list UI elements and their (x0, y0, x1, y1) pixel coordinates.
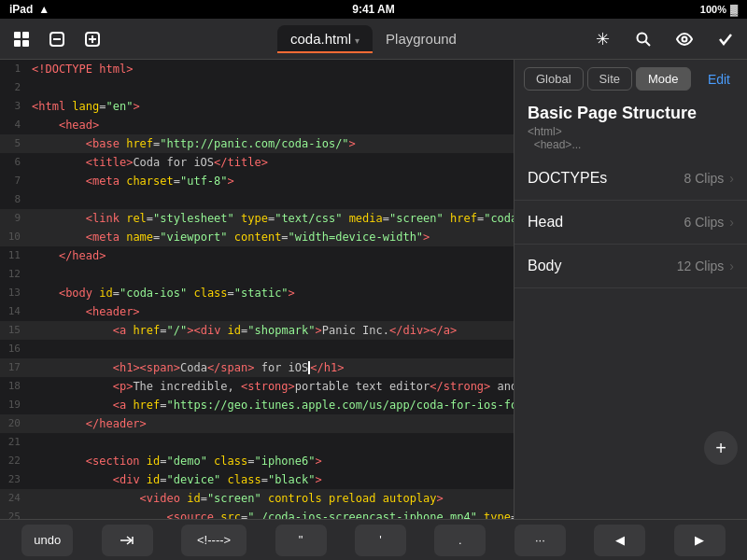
top-toolbar: coda.html▾ Playground ✳ (0, 19, 747, 60)
panel-edit-button[interactable]: Edit (700, 68, 738, 91)
status-bar-time: 9:41 AM (352, 3, 395, 16)
code-line-16: 16 (0, 340, 514, 358)
panel-item-body[interactable]: Body 12 Clips › (514, 245, 747, 288)
status-bar-left: iPad ▲ (9, 3, 49, 16)
code-line-22: 22 <section id="demo" class="iphone6"> (0, 452, 514, 470)
chevron-right-icon: › (729, 259, 734, 273)
grid-icon[interactable] (7, 25, 35, 53)
code-line-15: 15 <a href="/"><div id="shopmark">Panic … (0, 321, 514, 340)
code-line-17: 17 <h1><span>Coda</span> for iOS</h1> (0, 358, 514, 377)
left-arrow-button[interactable]: ◀ (594, 525, 645, 556)
code-line-25: 25 <source src="./coda-ios-screencast-ip… (0, 508, 514, 519)
code-editor[interactable]: 1 <!DOCTYPE html> 2 3 <html lang="en"> 4… (0, 60, 514, 519)
right-panel: Global Site Mode Edit Basic Page Structu… (514, 60, 747, 519)
code-line-18: 18 <p>The incredible, <strong>portable t… (0, 377, 514, 396)
code-line-6: 6 <title>Coda for iOS</title> (0, 153, 514, 172)
toolbar-right: ✳ (477, 25, 740, 53)
svg-point-11 (683, 36, 687, 41)
panel-tab-global[interactable]: Global (524, 67, 584, 91)
status-bar-right: 100% ▓ (700, 4, 738, 15)
eye-icon[interactable] (670, 25, 698, 53)
code-line-5: 5 <base href="http://panic.com/coda-ios/… (0, 134, 514, 153)
ipad-label: iPad (9, 3, 33, 16)
panel-item-head[interactable]: Head 6 Clips › (514, 201, 747, 245)
panel-subtitle: <html> <head>... (528, 125, 734, 151)
tab-arrow-icon: ▾ (355, 35, 359, 46)
code-line-2: 2 (0, 78, 514, 97)
code-lines: 1 <!DOCTYPE html> 2 3 <html lang="en"> 4… (0, 60, 514, 519)
code-line-13: 13 <body id="coda-ios" class="static"> (0, 284, 514, 302)
svg-point-9 (638, 33, 647, 42)
code-line-4: 4 <head> (0, 116, 514, 134)
code-line-19: 19 <a href="https://geo.itunes.apple.com… (0, 396, 514, 414)
battery-icon: ▓ (730, 4, 738, 15)
panel-header: Basic Page Structure <html> <head>... (514, 94, 747, 157)
chevron-right-icon: › (729, 215, 734, 230)
single-quote-button[interactable]: ' (355, 525, 406, 556)
panel-item-doctypes[interactable]: DOCTYPEs 8 Clips › (514, 157, 747, 201)
undo-button[interactable]: undo (21, 525, 73, 556)
period-button[interactable]: . (434, 525, 486, 556)
svg-rect-1 (22, 32, 29, 38)
right-arrow-button[interactable]: ▶ (674, 525, 726, 556)
code-line-3: 3 <html lang="en"> (0, 97, 514, 116)
tab-button[interactable] (102, 525, 153, 556)
code-line-7: 7 <meta charset="utf-8"> (0, 172, 514, 190)
code-line-20: 20 </header> (0, 414, 514, 433)
panel-title: Basic Page Structure (528, 104, 734, 123)
asterisk-icon[interactable]: ✳ (588, 25, 616, 53)
code-line-11: 11 </head> (0, 246, 514, 265)
code-line-9: 9 <link rel="stylesheet" type="text/css"… (0, 209, 514, 228)
add-clip-button[interactable]: + (704, 431, 738, 465)
double-quote-button[interactable]: " (275, 525, 327, 556)
panel-tab-site[interactable]: Site (587, 67, 632, 91)
comment-button[interactable]: <!----> (181, 525, 247, 556)
code-line-24: 24 <video id="screen" controls preload a… (0, 489, 514, 508)
svg-line-10 (646, 41, 651, 46)
toolbar-tabs: coda.html▾ Playground (277, 25, 470, 52)
svg-rect-0 (14, 32, 21, 38)
code-line-8: 8 (0, 190, 514, 209)
status-bar: iPad ▲ 9:41 AM 100% ▓ (0, 0, 747, 19)
main-content: 1 <!DOCTYPE html> 2 3 <html lang="en"> 4… (0, 60, 747, 519)
code-line-21: 21 (0, 433, 514, 452)
panel-tab-mode[interactable]: Mode (636, 67, 691, 91)
wifi-icon: ▲ (38, 3, 49, 16)
chevron-right-icon: › (729, 171, 734, 186)
code-line-10: 10 <meta name="viewport" content="width=… (0, 228, 514, 246)
code-line-1: 1 <!DOCTYPE html> (0, 60, 514, 78)
code-line-12: 12 (0, 265, 514, 284)
search-icon[interactable] (629, 25, 657, 53)
add-tab-icon[interactable] (78, 25, 106, 53)
check-icon[interactable] (712, 25, 740, 53)
panel-item-list: DOCTYPEs 8 Clips › Head 6 Clips › Body 1… (514, 157, 747, 519)
battery-label: 100% (700, 4, 726, 15)
panel-tabs: Global Site Mode Edit (514, 60, 747, 94)
code-line-14: 14 <header> (0, 302, 514, 321)
code-line-23: 23 <div id="device" class="black"> (0, 470, 514, 489)
tab-playground[interactable]: Playground (373, 25, 470, 52)
more-button[interactable]: ··· (514, 525, 566, 556)
svg-rect-3 (22, 40, 29, 47)
minus-icon[interactable] (43, 25, 71, 53)
svg-rect-2 (14, 40, 21, 47)
toolbar-left (7, 25, 270, 53)
bottom-toolbar: undo <!----> " ' . ··· ◀ ▶ (0, 519, 747, 560)
tab-coda-html[interactable]: coda.html▾ (277, 25, 373, 52)
